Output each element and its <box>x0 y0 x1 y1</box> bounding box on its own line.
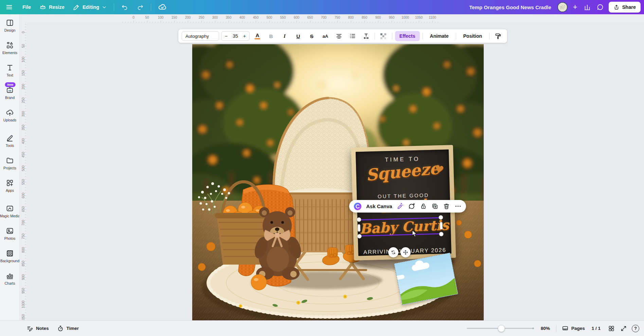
ruler-tick <box>25 95 26 95</box>
ruler-tick <box>25 62 26 63</box>
grid-view-button[interactable] <box>605 325 618 332</box>
avatar[interactable] <box>557 2 568 12</box>
alignment-button[interactable] <box>333 31 345 41</box>
sidebar-item-photos[interactable]: Photos <box>0 222 20 245</box>
sidebar-item-background[interactable]: Background <box>0 245 20 267</box>
zoom-level[interactable]: 80% <box>541 326 550 331</box>
position-button[interactable]: Position <box>459 31 486 41</box>
lock-icon[interactable] <box>420 203 427 210</box>
timer-button[interactable]: Timer <box>53 325 83 332</box>
pages-button[interactable]: Pages <box>560 325 587 332</box>
sidebar-item-apps[interactable]: Apps <box>0 174 20 197</box>
animate-button[interactable]: Animate <box>426 31 453 41</box>
ruler-tick <box>348 22 348 23</box>
more-options-icon[interactable] <box>454 203 462 210</box>
move-button[interactable] <box>400 247 411 257</box>
font-size-increase[interactable]: + <box>243 33 246 39</box>
selection-box[interactable] <box>359 217 441 236</box>
share-button[interactable]: Share <box>609 2 641 13</box>
ruler-label: 600 <box>294 16 300 19</box>
italic-button[interactable]: I <box>279 31 290 41</box>
toolbar-divider <box>375 33 375 39</box>
main-menu-button[interactable] <box>0 0 18 14</box>
strikethrough-button[interactable]: S <box>306 31 318 41</box>
zoom-slider[interactable] <box>467 328 533 329</box>
ruler-tick <box>432 21 433 23</box>
canva-ai-icon[interactable] <box>354 202 362 211</box>
apps-icon <box>6 179 14 187</box>
notes-label: Notes <box>36 326 49 331</box>
resize-handle-top-left[interactable] <box>357 217 361 222</box>
underline-button[interactable]: U <box>292 31 304 41</box>
transparency-button[interactable] <box>378 31 389 41</box>
sidebar-item-projects[interactable]: Projects <box>0 152 20 174</box>
cloud-save-status[interactable] <box>154 0 171 14</box>
ruler-tick <box>258 22 259 23</box>
effects-button[interactable]: Effects <box>395 31 420 41</box>
ruler-tick <box>25 225 26 226</box>
sidebar-item-elements[interactable]: Elements <box>0 37 20 59</box>
resize-button[interactable]: Resize <box>35 0 69 14</box>
sidebar-item-tools[interactable]: Tools <box>0 130 20 152</box>
delete-icon[interactable] <box>443 203 450 210</box>
spacing-button[interactable] <box>360 31 372 41</box>
sidebar-item-brand[interactable]: NewcoBrand <box>0 82 20 104</box>
ruler-tick <box>337 21 338 23</box>
ruler-tick <box>25 190 26 190</box>
text-case-button[interactable]: aA <box>320 31 331 41</box>
resize-handle-left[interactable] <box>358 224 361 232</box>
ruler-tick <box>153 22 153 23</box>
ruler-label: 50 <box>145 16 149 19</box>
ruler-tick <box>185 22 185 23</box>
sidebar-item-charts[interactable]: Charts <box>0 267 20 290</box>
ruler-tick <box>25 174 26 174</box>
redo-button[interactable] <box>132 0 148 14</box>
insights-button[interactable] <box>581 0 594 14</box>
design-title[interactable]: Temp Oranges Good News Cradle <box>469 4 551 10</box>
sidebar-item-magic[interactable]: Magic Media <box>0 200 20 222</box>
file-menu-button[interactable]: File <box>18 0 35 14</box>
ruler-tick <box>177 22 177 23</box>
text-color-button[interactable]: A <box>252 31 263 41</box>
undo-button[interactable] <box>117 0 132 14</box>
comment-add-icon[interactable] <box>408 203 415 210</box>
list-button[interactable] <box>347 31 358 41</box>
ruler-tick <box>25 187 26 188</box>
font-size-value[interactable]: 35 <box>233 33 238 39</box>
fullscreen-button[interactable] <box>618 325 630 332</box>
ruler-tick <box>248 22 248 23</box>
ruler-tick <box>212 22 213 23</box>
ruler-tick <box>25 27 26 27</box>
resize-handle-right[interactable] <box>440 222 443 230</box>
ruler-tick <box>294 22 294 23</box>
comments-button[interactable] <box>594 0 607 14</box>
ruler-tick <box>25 108 26 109</box>
font-size-decrease[interactable]: − <box>225 33 228 39</box>
ruler-tick <box>378 21 378 23</box>
charts-icon <box>6 272 14 280</box>
zoom-slider-handle[interactable] <box>498 325 505 332</box>
ruler-tick <box>313 22 313 23</box>
add-member-button[interactable]: + <box>570 3 581 12</box>
ruler-label: 650 <box>307 16 313 19</box>
text-color-swatch <box>254 38 260 39</box>
magic-edit-icon[interactable] <box>397 203 404 210</box>
bold-button[interactable]: B <box>265 31 277 41</box>
sidebar-item-label: Text <box>6 73 13 77</box>
canvas-page[interactable]: TIME TO Squeeze ♥ OUT THE GOOD news! Bab… <box>192 44 484 321</box>
sidebar-item-design[interactable]: Design <box>0 14 20 37</box>
rotate-button[interactable] <box>388 247 398 257</box>
font-family-select[interactable]: Autography <box>182 31 219 41</box>
ask-canva-button[interactable]: Ask Canva <box>366 203 392 209</box>
ruler-tick <box>25 215 26 215</box>
notes-button[interactable]: Notes <box>22 325 53 332</box>
ruler-label: 950 <box>389 16 395 19</box>
duplicate-icon[interactable] <box>431 203 439 210</box>
sidebar-item-text[interactable]: Text <box>0 59 20 82</box>
editing-mode-button[interactable]: Editing <box>69 0 111 14</box>
crown-icon <box>39 3 47 11</box>
copy-style-button[interactable] <box>492 31 504 41</box>
sidebar-item-uploads[interactable]: Uploads <box>0 104 20 127</box>
help-button[interactable]: ? <box>632 325 639 332</box>
ruler-tick <box>25 212 26 212</box>
